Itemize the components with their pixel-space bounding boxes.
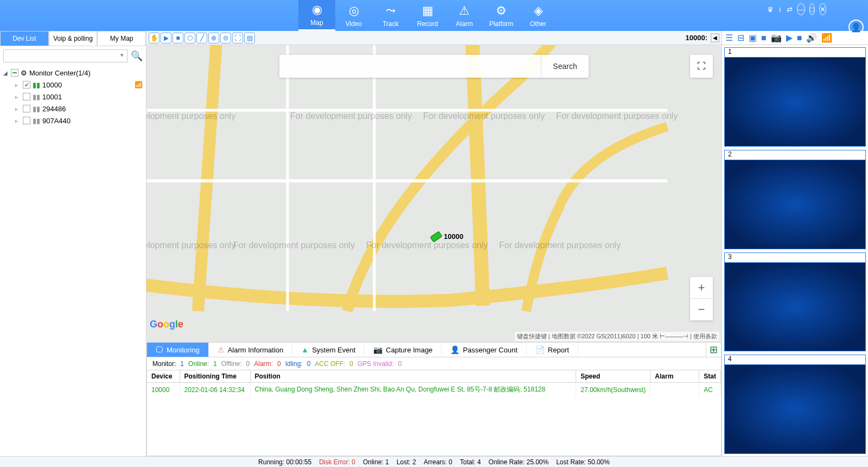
map-attribution[interactable]: 键盘快捷键 | 地图数据 ©2022 GS(2011)6020 | 100 米 … [515, 332, 719, 341]
info-icon[interactable]: i [778, 3, 782, 15]
zoom-out-button[interactable]: − [690, 299, 713, 320]
stat-value: 25.00% [526, 458, 548, 466]
expand-icon[interactable]: ▹ [15, 106, 21, 112]
stat-value: 0 [277, 360, 281, 368]
col-alarm[interactable]: Alarm [650, 370, 699, 383]
collapse-icon[interactable]: ◢ [3, 70, 9, 76]
fullscreen-icon[interactable]: ⛶ [690, 55, 713, 78]
layers-tool-icon[interactable]: ▤ [244, 33, 255, 43]
nav-track[interactable]: ⤳Track [372, 0, 409, 31]
camera-slot[interactable]: 3 [724, 253, 866, 352]
camera-slot[interactable]: 2 [724, 150, 866, 249]
checkbox[interactable] [23, 105, 30, 112]
camera-feed [725, 160, 865, 249]
skin-icon[interactable]: ♛ [767, 3, 774, 15]
camera-feed [725, 263, 865, 351]
zoom-in-button[interactable]: + [690, 277, 713, 299]
tab-capture-image[interactable]: 📷Capture Image [365, 343, 442, 357]
nav-platform[interactable]: ⚙Platform [483, 0, 520, 31]
eye-icon: ◉ [312, 3, 322, 17]
nav-other[interactable]: ◈Other [520, 0, 557, 31]
list-icon[interactable]: ☰ [725, 33, 733, 43]
tree-device[interactable]: ▹ ▮▮ 10001 [3, 91, 143, 103]
layout1-icon[interactable]: ▣ [749, 33, 757, 43]
sound-icon[interactable]: 🔊 [806, 33, 817, 43]
stat-label: Online: [188, 360, 209, 368]
snapshot-icon[interactable]: 📷 [771, 33, 782, 43]
tab-voip-polling[interactable]: Voip & polling [49, 31, 98, 46]
minimize-button[interactable]: — [797, 3, 805, 15]
zoom-out-icon[interactable]: ⊖ [220, 33, 231, 43]
tab-passenger-count[interactable]: 👤Passenger Count [442, 343, 526, 357]
device-search-combo[interactable] [3, 49, 127, 62]
vehicle-marker[interactable]: 10000 [431, 232, 463, 241]
col-position[interactable]: Position [250, 370, 576, 383]
stat-label: Offline: [221, 360, 242, 368]
checkbox[interactable] [11, 69, 18, 77]
tab-monitoring[interactable]: 🖵Monitoring [147, 343, 209, 357]
rect-tool-icon[interactable]: ■ [173, 33, 183, 43]
monitor-table[interactable]: Device Positioning Time Position Speed A… [146, 370, 722, 456]
map-roads [146, 45, 722, 342]
checkbox[interactable] [23, 93, 30, 100]
stat-value: 0 [246, 360, 250, 368]
expand-icon[interactable]: ▹ [15, 94, 21, 100]
status-bar: Running: 00:00:55 Disk Error: 0 Online: … [0, 456, 868, 467]
tab-my-map[interactable]: My Map [97, 31, 146, 46]
zoom-in-icon[interactable]: ⊕ [208, 33, 219, 43]
panel-collapse-icon[interactable]: ◀ [711, 34, 719, 42]
stat-label: Total: [460, 458, 476, 466]
wifi-icon: 📶 [135, 81, 143, 89]
camera-slot[interactable]: 1 [724, 47, 866, 147]
col-speed[interactable]: Speed [576, 370, 650, 383]
polygon-tool-icon[interactable]: ⬡ [184, 33, 195, 43]
hand-tool-icon[interactable]: ✋ [149, 33, 159, 43]
line-tool-icon[interactable]: ╱ [196, 33, 207, 43]
map-search-input[interactable] [279, 55, 541, 78]
tab-dev-list[interactable]: Dev List [0, 31, 49, 46]
nav-label: Track [382, 20, 399, 28]
stop-icon[interactable]: ■ [797, 33, 802, 43]
nav-record[interactable]: ▦Record [409, 0, 446, 31]
left-panel: Dev List Voip & polling My Map 🔍 ◢ ⚙ Mon… [0, 31, 146, 456]
tree-device[interactable]: ▹ ▮▮ 294486 [3, 103, 143, 115]
nav-label: Other [530, 20, 546, 28]
col-time[interactable]: Positioning Time [180, 370, 250, 383]
nav-video[interactable]: ◎Video [335, 0, 372, 31]
col-device[interactable]: Device [147, 370, 180, 383]
nav-map[interactable]: ◉Map [298, 0, 335, 31]
camera-slot[interactable]: 4 [724, 355, 866, 454]
tab-alarm-info[interactable]: ⚠Alarm Information [209, 343, 293, 357]
maximize-button[interactable]: □ [809, 3, 815, 15]
right-panel: ☰ ⊟ ▣ ■ 📷 ▶ ■ 🔊 📶 1 2 3 4 [722, 31, 868, 456]
signal-icon[interactable]: 📶 [821, 33, 832, 43]
cell-device: 10000 [147, 383, 180, 397]
user-avatar[interactable]: 👤 [848, 20, 864, 35]
layout2-icon[interactable]: ■ [761, 33, 767, 43]
tab-report[interactable]: 📄Report [527, 343, 578, 357]
expand-icon[interactable]: ▹ [15, 118, 21, 124]
checkbox[interactable] [23, 117, 30, 124]
grid-icon[interactable]: ⊟ [737, 33, 744, 43]
tree-root[interactable]: ◢ ⚙ Monitor Center(1/4) [3, 67, 143, 79]
table-row[interactable]: 10000 2022-01-06 14:32:34 China, Guang D… [147, 383, 721, 397]
nav-alarm[interactable]: ⚠Alarm [446, 0, 483, 31]
checkbox[interactable]: ✔ [23, 81, 30, 89]
tree-device[interactable]: ▹ ▮▮ 907A440 [3, 115, 143, 127]
tree-device[interactable]: ▹ ✔ ▮▮ 10000 📶 [3, 79, 143, 91]
flag-tool-icon[interactable]: ▶ [161, 33, 171, 43]
sync-icon[interactable]: ⇄ [787, 3, 793, 15]
map-canvas[interactable]: For development purposes only For develo… [146, 45, 722, 342]
fit-tool-icon[interactable]: ⛶ [232, 33, 243, 43]
col-status[interactable]: Stat [699, 370, 721, 383]
camera-icon: 📷 [373, 345, 382, 354]
nav-label: Video [346, 20, 362, 28]
map-search-button[interactable]: Search [541, 55, 589, 78]
tab-system-event[interactable]: ▲System Event [292, 343, 365, 357]
expand-icon[interactable]: ▹ [15, 82, 21, 88]
close-button[interactable]: ✕ [819, 3, 826, 15]
play-icon[interactable]: ▶ [786, 33, 793, 43]
device-id: 294486 [42, 105, 66, 113]
search-icon[interactable]: 🔍 [131, 50, 143, 62]
export-excel-icon[interactable]: ⊞ [706, 343, 721, 357]
